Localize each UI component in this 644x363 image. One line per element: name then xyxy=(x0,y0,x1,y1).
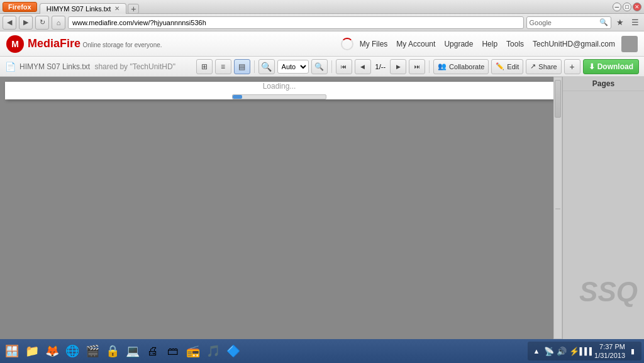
taskbar-icon-explorer[interactable]: 📁 xyxy=(23,342,42,360)
nav-bar: ◀ ▶ ↻ ⌂ Google 🔍 ★ ☰ xyxy=(0,14,644,31)
logo-text: MediaFire Online storage for everyone. xyxy=(28,37,162,50)
active-tab[interactable]: HIMYM S07 Links.txt ✕ xyxy=(40,3,127,14)
mediafire-header: M MediaFire Online storage for everyone.… xyxy=(0,31,644,57)
taskbar-icon-firefox[interactable]: 🦊 xyxy=(43,342,62,360)
zoom-select[interactable]: Auto xyxy=(277,60,309,74)
browser-titlebar: Firefox HIMYM S07 Links.txt ✕ + ─ □ ✕ xyxy=(0,0,644,14)
view-page-button[interactable]: ▤ xyxy=(234,59,250,74)
nav-tools[interactable]: Tools xyxy=(504,38,526,50)
nav-my-files[interactable]: My Files xyxy=(357,38,391,50)
taskbar-icon-radio[interactable]: 📻 xyxy=(184,342,203,360)
doc-filename: HIMYM S07 Links.txt shared by "TechUnitH… xyxy=(19,62,175,71)
logo-name: MediaFire xyxy=(28,37,80,50)
toolbar-separator-2 xyxy=(331,60,332,73)
titlebar-left: Firefox HIMYM S07 Links.txt ✕ + xyxy=(3,0,139,14)
nav-prev-button[interactable]: ◀ xyxy=(355,59,371,74)
loading-text: Loading... xyxy=(263,82,296,91)
loading-bar-fill xyxy=(233,95,242,99)
search-engine-label: Google xyxy=(530,19,552,26)
pages-panel-content: SSQ xyxy=(563,91,644,339)
loading-container: Loading... xyxy=(232,82,326,99)
forward-button[interactable]: ▶ xyxy=(19,16,33,30)
view-thumbnails-button[interactable]: ⊞ xyxy=(196,59,213,74)
share-button[interactable]: ↗ Share xyxy=(526,59,561,74)
system-tray: ▲ 📡 🔊 ⚡ ▌▌▌ 7:37 PM 1/31/2013 ▮ xyxy=(528,342,641,360)
taskbar-icon-blue[interactable]: 🔷 xyxy=(224,342,243,360)
taskbar-icon-media[interactable]: 🎬 xyxy=(83,342,102,360)
menu-icon[interactable]: ☰ xyxy=(629,16,641,29)
toolbar-separator-1 xyxy=(254,60,255,73)
tray-icon-bars: ▌▌▌ xyxy=(582,346,592,356)
ssq-watermark: SSQ xyxy=(579,276,638,308)
file-icon: 📄 xyxy=(5,62,16,72)
nav-next-button[interactable]: ▶ xyxy=(390,59,406,74)
scrollbar-thumb[interactable] xyxy=(555,80,561,118)
page-info: 1/-- xyxy=(374,63,388,70)
mf-nav-bar: My Files My Account Upgrade Help Tools T… xyxy=(341,36,638,52)
doc-viewer: Loading... xyxy=(0,77,553,339)
taskbar-icon-printer[interactable]: 🖨 xyxy=(143,342,162,360)
share-label: Share xyxy=(538,63,557,70)
edit-icon: ✏️ xyxy=(496,62,504,70)
doc-title-area: 📄 HIMYM S07 Links.txt shared by "TechUni… xyxy=(5,62,194,72)
taskbar-icon-music[interactable]: 🎵 xyxy=(204,342,223,360)
logo-tagline: Online storage for everyone. xyxy=(82,42,162,48)
address-bar[interactable] xyxy=(68,16,524,29)
mediafire-logo: M MediaFire Online storage for everyone. xyxy=(6,35,162,53)
main-content-area: Loading... Pages SSQ xyxy=(0,77,644,339)
shared-by-text: shared by "TechUnitHD" xyxy=(94,62,175,71)
taskbar-icon-browser[interactable]: 🌐 xyxy=(63,342,82,360)
tray-icon-3: ⚡ xyxy=(569,346,579,356)
download-button[interactable]: ⬇ Download xyxy=(583,59,639,74)
tab-title: HIMYM S07 Links.txt xyxy=(47,5,111,13)
tray-icon-2: 🔊 xyxy=(557,346,567,356)
search-input[interactable] xyxy=(553,19,597,26)
new-tab-button[interactable]: + xyxy=(128,4,139,14)
taskbar-icon-security[interactable]: 🔒 xyxy=(103,342,122,360)
filename-text: HIMYM S07 Links.txt xyxy=(19,62,90,71)
tray-up-arrow[interactable]: ▲ xyxy=(531,346,541,356)
zoom-in-button[interactable]: 🔍 xyxy=(311,59,328,74)
bookmarks-icon[interactable]: ★ xyxy=(614,16,626,29)
reload-button[interactable]: ↻ xyxy=(35,16,49,30)
nav-last-button[interactable]: ⏭ xyxy=(409,59,425,74)
taskbar-start-button[interactable]: 🪟 xyxy=(3,342,21,360)
loading-bar-background xyxy=(232,94,326,99)
home-button[interactable]: ⌂ xyxy=(52,16,65,30)
nav-upgrade[interactable]: Upgrade xyxy=(441,38,475,50)
nav-help[interactable]: Help xyxy=(479,38,500,50)
edit-label: Edit xyxy=(507,63,519,70)
scrollbar-mid-marker xyxy=(555,208,560,209)
taskbar-icon-files[interactable]: 🗃 xyxy=(164,342,182,360)
show-desktop-button[interactable]: ▮ xyxy=(628,346,638,356)
tray-icon-1: 📡 xyxy=(544,346,554,356)
download-arrow-icon: ⬇ xyxy=(589,62,595,71)
doc-toolbar: 📄 HIMYM S07 Links.txt shared by "TechUni… xyxy=(0,57,644,77)
firefox-menu-button[interactable]: Firefox xyxy=(3,2,37,12)
minimize-button[interactable]: ─ xyxy=(613,3,621,11)
tab-bar: HIMYM S07 Links.txt ✕ + xyxy=(40,0,140,14)
nav-first-button[interactable]: ⏮ xyxy=(336,59,352,74)
pages-panel-header: Pages xyxy=(563,77,644,91)
search-box: Google 🔍 xyxy=(526,16,611,29)
add-button[interactable]: + xyxy=(564,59,580,74)
zoom-out-button[interactable]: 🔍 xyxy=(258,59,275,74)
clock-date: 1/31/2013 xyxy=(594,351,625,360)
user-avatar[interactable] xyxy=(621,36,638,52)
search-icon[interactable]: 🔍 xyxy=(599,18,608,26)
collaborate-label: Collaborate xyxy=(449,63,484,70)
taskbar-icon-computer[interactable]: 💻 xyxy=(123,342,142,360)
toolbar-separator-3 xyxy=(429,60,430,73)
collaborate-button[interactable]: 👥 Collaborate xyxy=(433,59,489,74)
tab-close-button[interactable]: ✕ xyxy=(114,5,119,12)
close-button[interactable]: ✕ xyxy=(633,3,641,11)
maximize-button[interactable]: □ xyxy=(623,3,631,11)
view-list-button[interactable]: ≡ xyxy=(215,59,231,74)
nav-my-account[interactable]: My Account xyxy=(394,38,438,50)
scrollbar-track[interactable] xyxy=(553,77,562,339)
back-button[interactable]: ◀ xyxy=(3,16,16,30)
vertical-scrollbar[interactable] xyxy=(553,77,562,339)
window-controls: ─ □ ✕ xyxy=(613,3,641,11)
edit-button[interactable]: ✏️ Edit xyxy=(491,59,523,74)
doc-page: Loading... xyxy=(5,82,553,99)
